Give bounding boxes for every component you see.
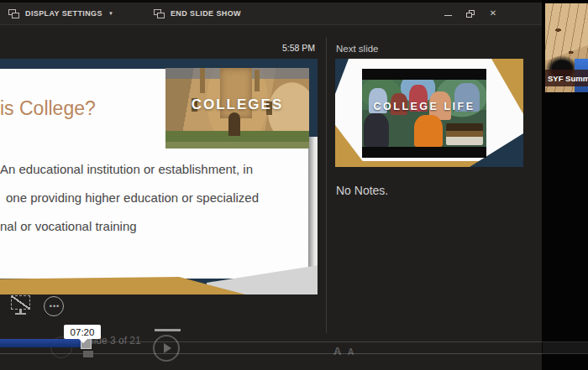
more-options-button[interactable]: •••	[44, 296, 64, 316]
text-size-increase-button[interactable]: A	[333, 345, 341, 357]
building-arch	[228, 112, 240, 136]
time-tooltip: 07:20	[64, 325, 101, 339]
end-slide-show-label: END SLIDE SHOW	[171, 9, 241, 18]
current-slide[interactable]: COLLEGES is College? An educational inst…	[0, 59, 318, 294]
slide-body-line: one providing higher education or specia…	[6, 190, 259, 205]
meeting-sidebar: SYF Summ	[542, 0, 588, 370]
blank-slide-button[interactable]	[11, 295, 32, 315]
gold-accent-band	[0, 277, 245, 294]
photo-caption: COLLEGES	[165, 96, 309, 113]
building-spire	[255, 70, 260, 91]
slide-title: is College?	[0, 97, 96, 120]
chevron-down-icon: ▼	[108, 11, 113, 16]
display-settings-icon	[8, 9, 19, 18]
notes-text: No Notes.	[336, 184, 388, 197]
next-slide-image: COLLEGE LIFE	[362, 69, 486, 158]
playback-progress-bar[interactable]	[0, 339, 81, 347]
person-shape	[364, 113, 389, 147]
page-curl-right	[308, 137, 318, 281]
building-spire	[200, 68, 205, 93]
next-slide-thumbnail[interactable]: COLLEGE LIFE	[335, 59, 523, 167]
navy-corner	[335, 59, 349, 94]
close-button[interactable]: ✕	[488, 9, 498, 18]
screen: DISPLAY SETTINGS ▼ END SLIDE SHOW ✕ 5:58…	[0, 0, 588, 370]
play-button[interactable]	[153, 335, 180, 362]
timeline-right-segment	[543, 342, 588, 353]
slide-body-line: nal or vocational training	[0, 219, 137, 233]
end-slide-show-button[interactable]: END SLIDE SHOW	[145, 3, 249, 24]
webcam-tile[interactable]: SYF Summ	[545, 3, 588, 92]
end-slide-show-icon	[154, 9, 165, 18]
slide-body-line: An educational institution or establishm…	[0, 162, 253, 176]
minimize-button[interactable]	[443, 9, 453, 18]
play-icon	[164, 343, 171, 353]
college-life-collage	[362, 80, 486, 147]
person-shape	[414, 115, 443, 147]
display-settings-button[interactable]: DISPLAY SETTINGS ▼	[0, 3, 122, 24]
colleges-photo: COLLEGES	[165, 68, 309, 149]
gold-corner	[491, 59, 523, 114]
presenter-view: 5:58 PM COLLEGES is College? An educatio…	[0, 25, 542, 370]
next-slide-label: Next slide	[336, 44, 379, 54]
presenter-titlebar: DISPLAY SETTINGS ▼ END SLIDE SHOW ✕	[0, 3, 542, 25]
panel-divider	[326, 38, 327, 333]
blank-screen-icon	[11, 295, 30, 310]
next-slide-caption: COLLEGE LIFE	[362, 101, 486, 112]
window-controls: ✕	[443, 3, 498, 24]
text-size-decrease-button[interactable]: A	[348, 347, 354, 357]
participant-name-label: SYF Summ	[545, 70, 588, 86]
restore-button[interactable]	[466, 10, 475, 18]
control-highlight-bar	[155, 329, 181, 331]
books-shape	[446, 123, 483, 145]
clock: 5:58 PM	[282, 43, 315, 53]
display-settings-label: DISPLAY SETTINGS	[25, 9, 102, 18]
scrubber-tab	[83, 351, 93, 357]
tooltip-arrow	[79, 339, 87, 343]
